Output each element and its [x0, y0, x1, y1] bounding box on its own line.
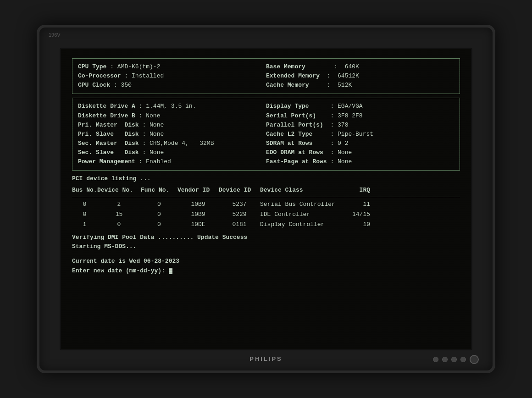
- pci-title: PCI device listing ...: [72, 174, 460, 183]
- base-memory-row: Base Memory : 640K: [266, 62, 454, 72]
- power-mgmt-row: Power Management : Enabled: [78, 157, 266, 166]
- diskette-a-value: : 1.44M, 3.5 in.: [135, 102, 196, 111]
- date-input-line: Enter new date (mm-dd-yy):: [72, 266, 460, 276]
- date-display-line: Current date is Wed 06-28-2023: [72, 257, 460, 266]
- sec-slave-row: Sec. Slave Disk : None: [78, 148, 266, 157]
- pri-master-row: Pri. Master Disk : None: [78, 121, 266, 130]
- cpu-type-row: CPU Type : AMD-K6(tm)-2: [78, 62, 266, 72]
- sdram-label: SDRAM at Rows: [266, 139, 312, 148]
- hardware-info-left: Diskette Drive A : 1.44M, 3.5 in. Disket…: [78, 102, 266, 166]
- col-header-class: Device Class: [260, 186, 352, 195]
- control-btn-3[interactable]: [451, 357, 457, 362]
- power-mgmt-value: : Enabled: [135, 157, 171, 166]
- edo-dram-row: EDO DRAM at Rows : None: [266, 148, 454, 157]
- serial-port-value: : 3F8 2F8: [316, 111, 362, 121]
- pci-irq-1: 14/15: [352, 210, 370, 219]
- system-info-row: CPU Type : AMD-K6(tm)-2 Co-Processor : I…: [78, 62, 454, 90]
- coprocessor-row: Co-Processor : Installed: [78, 72, 266, 81]
- control-btn-4[interactable]: [460, 357, 466, 362]
- edo-dram-label: EDO DRAM at Rows: [266, 148, 323, 157]
- pci-dev-1: 15: [97, 210, 141, 219]
- cache-memory-value: : 512K: [309, 81, 352, 90]
- pci-func-2: 0: [141, 220, 177, 229]
- control-btn-2[interactable]: [442, 357, 448, 362]
- hardware-info-row: Diskette Drive A : 1.44M, 3.5 in. Disket…: [78, 102, 454, 166]
- extended-memory-label: Extended Memory: [266, 72, 320, 81]
- pci-column-headers: Bus No. Device No. Func No. Vendor ID De…: [72, 186, 460, 195]
- col-header-vendor: Vendor ID: [177, 186, 219, 195]
- pri-master-value: : None: [139, 121, 164, 130]
- cache-memory-label: Cache Memory: [266, 81, 309, 90]
- pci-class-2: Display Controller: [260, 220, 352, 229]
- pci-vendor-0: 10B9: [177, 200, 219, 209]
- monitor-controls: [433, 355, 479, 364]
- sec-master-label: Sec. Master Disk: [78, 139, 139, 148]
- parallel-port-label: Parallel Port(s): [266, 121, 323, 130]
- sdram-row: SDRAM at Rows : 0 2: [266, 139, 454, 148]
- pci-func-1: 0: [141, 210, 177, 219]
- coprocessor-label: Co-Processor: [78, 72, 121, 81]
- monitor: 196V CPU Type : AMD-K6(tm)-2 Co-Processo…: [37, 25, 495, 373]
- pci-section: PCI device listing ... Bus No. Device No…: [72, 174, 460, 229]
- diskette-b-value: : None: [135, 111, 161, 121]
- cpu-clock-label: CPU Clock: [78, 81, 110, 90]
- col-header-irq: IRQ: [352, 186, 370, 195]
- screen: CPU Type : AMD-K6(tm)-2 Co-Processor : I…: [60, 48, 472, 350]
- pci-device-row-2: 1 0 0 10DE 0181 Display Controller 10: [72, 220, 460, 229]
- edo-dram-value: : None: [323, 148, 352, 157]
- power-button[interactable]: [470, 355, 479, 364]
- pci-devid-1: 5229: [219, 210, 260, 219]
- diskette-b-label: Diskette Drive B: [78, 111, 135, 121]
- sec-master-value: : CHS,Mode 4, 32MB: [139, 139, 214, 148]
- cpu-type-value: : AMD-K6(tm)-2: [106, 62, 160, 72]
- pri-master-label: Pri. Master Disk: [78, 121, 139, 130]
- monitor-model: 196V: [49, 32, 61, 38]
- serial-port-row: Serial Port(s) : 3F8 2F8: [266, 111, 454, 121]
- fast-page-value: : None: [327, 157, 352, 166]
- dos-start-line: Starting MS-DOS...: [72, 242, 460, 251]
- pri-slave-value: : None: [139, 130, 164, 139]
- pci-vendor-1: 10B9: [177, 210, 219, 219]
- display-type-row: Display Type : EGA/VGA: [266, 102, 454, 111]
- pri-slave-row: Pri. Slave Disk : None: [78, 130, 266, 139]
- pci-device-row-0: 0 2 0 10B9 5237 Serial Bus Controller 11: [72, 200, 460, 209]
- pci-irq-2: 10: [352, 220, 370, 229]
- cache-l2-row: Cache L2 Type : Pipe-Burst: [266, 130, 454, 139]
- pci-devid-0: 5237: [219, 200, 260, 209]
- col-header-func: Func No.: [141, 186, 177, 195]
- display-type-label: Display Type: [266, 102, 309, 111]
- pci-devid-2: 0181: [219, 220, 260, 229]
- extended-memory-row: Extended Memory : 64512K: [266, 72, 454, 81]
- pci-bus-1: 0: [72, 210, 97, 219]
- cpu-clock-row: CPU Clock : 350: [78, 81, 266, 90]
- bios-content: CPU Type : AMD-K6(tm)-2 Co-Processor : I…: [72, 58, 460, 276]
- parallel-port-value: : 378: [323, 121, 349, 130]
- pci-class-1: IDE Controller: [260, 210, 352, 219]
- diskette-a-label: Diskette Drive A: [78, 102, 135, 111]
- system-info-left: CPU Type : AMD-K6(tm)-2 Co-Processor : I…: [78, 62, 266, 90]
- dmi-status-line: Verifying DMI Pool Data .......... Updat…: [72, 233, 460, 242]
- cpu-clock-value: : 350: [110, 81, 132, 90]
- pci-vendor-2: 10DE: [177, 220, 219, 229]
- cpu-type-label: CPU Type: [78, 62, 106, 72]
- diskette-a-row: Diskette Drive A : 1.44M, 3.5 in.: [78, 102, 266, 111]
- sec-slave-label: Sec. Slave Disk: [78, 148, 139, 157]
- pri-slave-label: Pri. Slave Disk: [78, 130, 139, 139]
- fast-page-label: Fast-Page at Rows: [266, 157, 327, 166]
- serial-port-label: Serial Port(s): [266, 111, 316, 121]
- sec-slave-value: : None: [139, 148, 164, 157]
- pci-bus-0: 0: [72, 200, 97, 209]
- pci-irq-0: 11: [352, 200, 370, 209]
- system-info-section: CPU Type : AMD-K6(tm)-2 Co-Processor : I…: [72, 58, 460, 94]
- system-info-right: Base Memory : 640K Extended Memory : 645…: [266, 62, 454, 90]
- monitor-brand-label: PHILIPS: [249, 355, 283, 362]
- control-btn-1[interactable]: [433, 357, 438, 362]
- col-header-devid: Device ID: [219, 186, 260, 195]
- hardware-info-section: Diskette Drive A : 1.44M, 3.5 in. Disket…: [72, 98, 460, 171]
- prompt-section: Current date is Wed 06-28-2023 Enter new…: [72, 257, 460, 275]
- pci-class-0: Serial Bus Controller: [260, 200, 352, 209]
- fast-page-row: Fast-Page at Rows : None: [266, 157, 454, 166]
- cache-l2-value: : Pipe-Burst: [312, 130, 373, 139]
- pci-dev-2: 0: [97, 220, 141, 229]
- pci-device-row-1: 0 15 0 10B9 5229 IDE Controller 14/15: [72, 210, 460, 219]
